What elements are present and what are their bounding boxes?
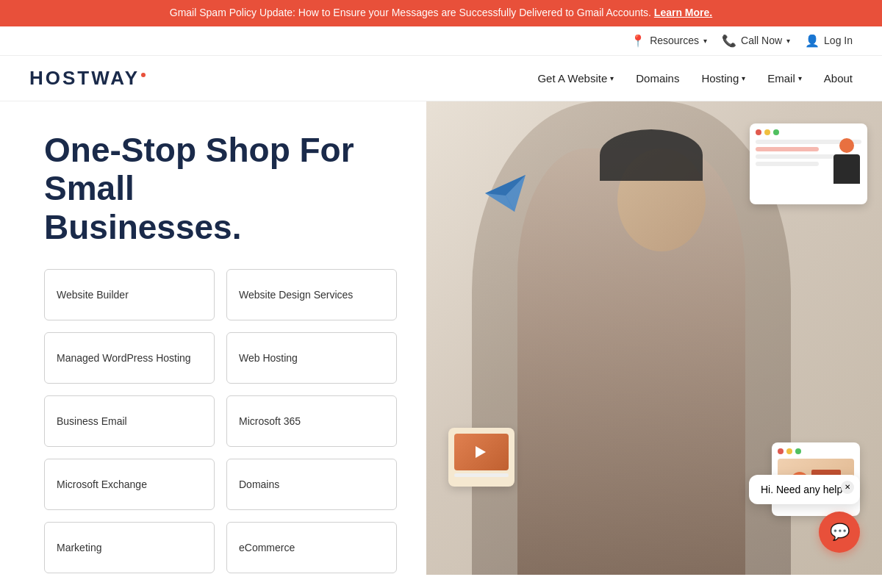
service-card-wordpress-hosting[interactable]: Managed WordPress Hosting: [44, 332, 215, 384]
utility-bar: 📍 Resources ▾ 📞 Call Now ▾ 👤 Log In: [0, 26, 882, 56]
service-card-business-email[interactable]: Business Email: [44, 395, 215, 447]
float-video-card: [448, 428, 514, 487]
chat-widget: Hi. Need any help? ✕ 💬: [749, 475, 860, 553]
nav-get-a-website[interactable]: Get A Website ▾: [537, 72, 614, 85]
service-card-website-design[interactable]: Website Design Services: [226, 269, 397, 320]
line-2: [756, 147, 819, 151]
nav-hosting[interactable]: Hosting ▾: [701, 72, 745, 85]
float-browser-card: [750, 123, 867, 204]
service-card-microsoft-365[interactable]: Microsoft 365: [226, 395, 397, 447]
service-card-ecommerce[interactable]: eCommerce: [226, 522, 397, 573]
resources-chevron-icon: ▾: [703, 37, 707, 45]
nav-domains[interactable]: Domains: [636, 72, 679, 85]
login-button[interactable]: 👤 Log In: [805, 34, 853, 48]
service-card-web-hosting[interactable]: Web Hosting: [226, 332, 397, 384]
user-icon: 👤: [805, 34, 820, 48]
service-card-marketing[interactable]: Marketing: [44, 522, 215, 573]
nav-about[interactable]: About: [824, 72, 853, 85]
get-website-chevron-icon: ▾: [610, 74, 614, 82]
browser-dots-2: [778, 448, 854, 454]
call-now-chevron-icon: ▾: [786, 37, 790, 45]
nav-email[interactable]: Email ▾: [767, 72, 802, 85]
service-card-website-builder[interactable]: Website Builder: [44, 269, 215, 320]
paper-plane-decoration: [485, 175, 526, 215]
hero-content: One-Stop Shop For Small Businesses. Webs…: [0, 101, 426, 575]
call-now-label: Call Now: [741, 35, 782, 46]
line-3: [756, 154, 840, 159]
login-label: Log In: [824, 35, 853, 46]
hosting-chevron-icon: ▾: [742, 74, 745, 82]
phone-icon: 📞: [722, 34, 736, 48]
main-nav: HOSTWAY Get A Website ▾ Domains Hosting …: [0, 56, 882, 101]
chat-close-button[interactable]: ✕: [841, 481, 854, 494]
chat-button-icon: 💬: [830, 523, 850, 542]
dot-red-2: [778, 448, 784, 454]
resources-menu[interactable]: 📍 Resources ▾: [631, 34, 707, 48]
dot-green-2: [795, 448, 801, 454]
top-banner: Gmail Spam Policy Update: How to Ensure …: [0, 0, 882, 26]
dot-yellow: [764, 129, 770, 135]
chat-bubble: Hi. Need any help? ✕: [749, 475, 860, 504]
hero-heading: One-Stop Shop For Small Businesses.: [44, 131, 397, 248]
browser-dots: [756, 129, 861, 135]
dot-green: [773, 129, 779, 135]
dot-yellow-2: [786, 448, 792, 454]
card-person-illustration: [832, 138, 861, 186]
dot-red: [756, 129, 761, 135]
banner-link[interactable]: Learn More.: [654, 7, 712, 18]
resources-label: Resources: [650, 35, 699, 46]
chat-button-container: 💬: [749, 512, 860, 553]
hero-hat: [600, 129, 703, 181]
play-icon: [476, 446, 487, 458]
logo[interactable]: HOSTWAY: [29, 67, 146, 90]
service-grid: Website Builder Website Design Services …: [44, 269, 397, 573]
banner-text: Gmail Spam Policy Update: How to Ensure …: [170, 7, 651, 18]
chat-open-button[interactable]: 💬: [819, 512, 860, 553]
call-now-menu[interactable]: 📞 Call Now ▾: [722, 34, 790, 48]
service-card-domains[interactable]: Domains: [226, 459, 397, 510]
logo-dot: [141, 73, 146, 77]
video-thumbnail: [454, 434, 509, 470]
line-4: [756, 162, 819, 166]
email-chevron-icon: ▾: [798, 74, 802, 82]
hero-section: One-Stop Shop For Small Businesses. Webs…: [0, 101, 882, 575]
location-icon: 📍: [631, 34, 645, 48]
service-card-microsoft-exchange[interactable]: Microsoft Exchange: [44, 459, 215, 510]
nav-links: Get A Website ▾ Domains Hosting ▾ Email …: [537, 72, 853, 85]
video-label-line: [454, 473, 509, 477]
chat-bubble-text: Hi. Need any help?: [761, 484, 848, 495]
